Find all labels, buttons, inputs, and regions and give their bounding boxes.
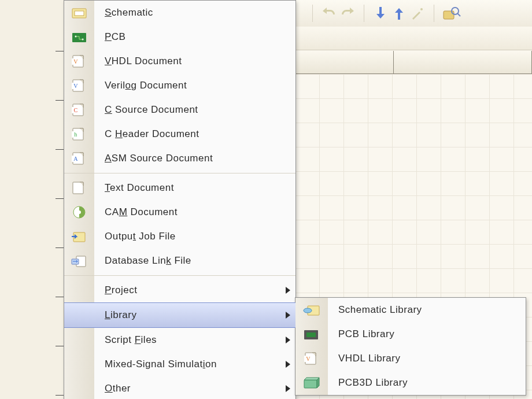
svg-text:A: A xyxy=(73,156,78,162)
menu-item-label: Project xyxy=(94,285,280,296)
menu-item-mixed-signal-simulation[interactable]: Mixed-Signal Simulation xyxy=(64,352,295,376)
toolbar-separator xyxy=(364,5,364,22)
submenu-arrow-icon xyxy=(280,312,295,319)
menu-item-script-files[interactable]: Script Files xyxy=(64,328,295,352)
menu-item-label: Script Files xyxy=(94,334,280,346)
submenu-arrow-icon xyxy=(280,385,295,392)
svg-point-0 xyxy=(420,8,423,10)
menu-item-schematic[interactable]: Schematic xyxy=(64,1,295,25)
menu-item-label: PCB3D Library xyxy=(328,377,526,389)
submenu-item-pcb3d-library[interactable]: PCB3D Library xyxy=(295,371,526,395)
file-new-menu: SchematicPCB VVHDL Document VVerilog Doc… xyxy=(64,0,296,399)
text-icon xyxy=(64,181,94,195)
svg-text:V: V xyxy=(73,58,78,65)
submenu-item-vhdl-library[interactable]: VVHDL Library xyxy=(295,346,526,371)
svg-point-25 xyxy=(77,210,81,214)
menu-item-other[interactable]: Other xyxy=(64,376,295,399)
menu-item-label: CAM Document xyxy=(94,206,295,218)
svg-text:h: h xyxy=(74,131,77,138)
menu-item-label: Library xyxy=(94,309,280,321)
pcb-icon xyxy=(64,31,94,43)
wand-icon[interactable] xyxy=(409,5,426,21)
c-src-icon: C xyxy=(64,103,94,117)
vhdllib-icon: V xyxy=(295,352,328,365)
svg-point-30 xyxy=(304,308,312,313)
menu-item-label: Other xyxy=(94,383,280,394)
menu-item-cam-document[interactable]: CAM Document xyxy=(64,200,295,224)
library-submenu: Schematic LibraryPCB Library VVHDL Libra… xyxy=(295,297,526,396)
c-hdr-icon: h xyxy=(64,127,94,141)
cam-icon xyxy=(64,205,94,219)
left-ruler xyxy=(56,0,64,399)
submenu-item-pcb-library[interactable]: PCB Library xyxy=(295,322,526,346)
pcb3d-icon xyxy=(295,376,328,389)
svg-text:V: V xyxy=(73,83,78,89)
menu-item-database-link-file[interactable]: Database Link File xyxy=(64,249,295,273)
menu-item-c-source-document[interactable]: CC Source Document xyxy=(64,98,295,122)
submenu-arrow-icon xyxy=(280,361,295,368)
menu-item-asm-source-document[interactable]: AASM Source Document xyxy=(64,146,295,171)
menu-item-label: Schematic xyxy=(94,7,295,19)
menu-item-label: Database Link File xyxy=(94,255,295,267)
menu-item-label: C Source Document xyxy=(94,104,295,116)
menu-item-label: PCB Library xyxy=(328,328,526,340)
menu-item-label: ASM Source Document xyxy=(94,153,295,164)
submenu-arrow-icon xyxy=(280,287,295,294)
redo-button[interactable] xyxy=(339,5,356,21)
arrow-up-icon[interactable] xyxy=(391,5,407,21)
menu-item-label: Text Document xyxy=(94,182,295,194)
submenu-item-schematic-library[interactable]: Schematic Library xyxy=(295,298,526,322)
pcblib-icon xyxy=(295,328,328,341)
outjob-icon xyxy=(64,230,94,243)
submenu-arrow-icon xyxy=(280,337,295,343)
dblink-icon xyxy=(64,254,94,268)
library-browse-icon[interactable] xyxy=(442,5,462,21)
svg-rect-32 xyxy=(306,332,316,337)
menu-item-pcb[interactable]: PCB xyxy=(64,25,295,49)
toolbar xyxy=(295,0,532,27)
menu-item-label: VHDL Document xyxy=(94,56,295,67)
menu-item-label: Output Job File xyxy=(94,231,295,242)
menu-item-label: Mixed-Signal Simulation xyxy=(94,359,280,370)
menu-item-label: Schematic Library xyxy=(328,304,526,316)
svg-rect-4 xyxy=(75,11,84,16)
sheet-column-headers xyxy=(295,51,532,74)
menu-item-output-job-file[interactable]: Output Job File xyxy=(64,224,295,249)
menu-item-library[interactable]: Library xyxy=(64,302,295,328)
vhdl-icon: V xyxy=(64,54,94,68)
menu-item-label: PCB xyxy=(94,31,295,43)
menu-item-project[interactable]: Project xyxy=(64,275,295,302)
menu-item-label: Verilog Document xyxy=(94,80,295,91)
menu-item-verilog-document[interactable]: VVerilog Document xyxy=(64,73,295,98)
svg-rect-36 xyxy=(304,380,317,388)
svg-text:C: C xyxy=(73,107,77,113)
menu-item-label: VHDL Library xyxy=(328,353,526,364)
undo-button[interactable] xyxy=(321,5,337,21)
svg-text:V: V xyxy=(306,356,311,362)
menu-item-label: C Header Document xyxy=(94,128,295,140)
toolbar-separator xyxy=(434,5,434,22)
toolbar-separator xyxy=(312,5,313,22)
verilog-icon: V xyxy=(64,79,94,93)
arrow-down-icon[interactable] xyxy=(372,5,389,21)
menu-item-text-document[interactable]: Text Document xyxy=(64,173,295,200)
schlib-icon xyxy=(295,304,328,316)
menu-item-vhdl-document[interactable]: VVHDL Document xyxy=(64,49,295,73)
asm-icon: A xyxy=(64,152,94,165)
menu-item-c-header-document[interactable]: hC Header Document xyxy=(64,122,295,146)
schematic-icon xyxy=(64,7,94,19)
